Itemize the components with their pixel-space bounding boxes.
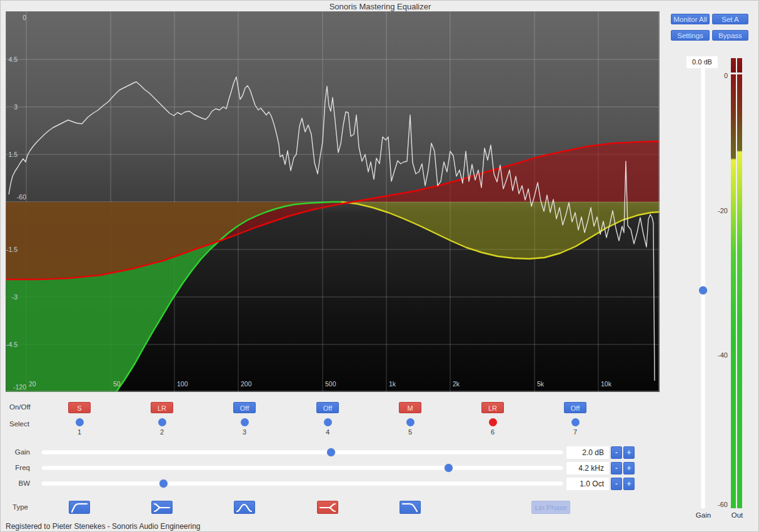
freq-tick-label: 50 bbox=[113, 380, 121, 388]
clip-indicator-left[interactable] bbox=[731, 58, 736, 73]
band-3-select-radio[interactable] bbox=[241, 418, 249, 426]
band-7-onoff-button[interactable]: Off bbox=[564, 402, 586, 413]
bell-icon bbox=[234, 501, 254, 514]
eq-graph[interactable]: 20501002005001k2k5k10k4.531.5-1.5-3-4.50… bbox=[6, 11, 660, 392]
bw-value-box[interactable]: 1.0 Oct bbox=[566, 478, 609, 490]
freq-slider-track[interactable] bbox=[41, 466, 563, 470]
band-2-onoff-button[interactable]: LR bbox=[151, 402, 173, 413]
meter-scale-label: 0 bbox=[708, 72, 728, 79]
bw-slider-label: BW bbox=[1, 479, 30, 487]
lowshelf-icon bbox=[152, 501, 172, 514]
window-title: Sonoris Mastering Equalizer bbox=[1, 2, 759, 11]
freq-decrement-button[interactable]: - bbox=[611, 462, 622, 474]
registration-text: Registered to Pieter Stenekes - Sonoris … bbox=[6, 522, 201, 531]
band-3-onoff-button[interactable]: Off bbox=[233, 402, 256, 413]
band-5-select-radio[interactable] bbox=[406, 418, 415, 426]
plugin-window: Sonoris Mastering Equalizer 205010020050… bbox=[0, 0, 759, 532]
gain-slider-track[interactable] bbox=[41, 450, 563, 454]
filter-type-button[interactable] bbox=[69, 501, 90, 514]
band-6-select-radio[interactable] bbox=[489, 418, 497, 426]
gain-increment-button[interactable]: + bbox=[623, 446, 635, 459]
output-gain-slider-handle[interactable] bbox=[699, 286, 707, 294]
band-3-number-label: 3 bbox=[235, 428, 254, 436]
output-gain-label: Gain bbox=[690, 511, 717, 519]
highshelf-icon bbox=[318, 501, 338, 514]
level-tick-label: 0 bbox=[23, 14, 26, 21]
type-row-label: Type bbox=[13, 503, 28, 511]
freq-tick-label: 100 bbox=[177, 380, 188, 388]
gain-tick-label: 4.5 bbox=[8, 56, 18, 63]
monitor-all-button[interactable]: Monitor All bbox=[671, 14, 710, 24]
level-tick-label: -60 bbox=[17, 193, 26, 201]
band-6-number-label: 6 bbox=[483, 428, 502, 436]
band-5-number-label: 5 bbox=[401, 428, 420, 436]
bw-increment-button[interactable]: + bbox=[623, 478, 635, 490]
highpass-icon bbox=[69, 501, 89, 514]
band-2-number-label: 2 bbox=[153, 428, 171, 436]
band-1-onoff-button[interactable]: S bbox=[68, 402, 91, 413]
band-4-number-label: 4 bbox=[318, 428, 337, 436]
settings-button[interactable]: Settings bbox=[671, 30, 710, 41]
set-a-button[interactable]: Set A bbox=[712, 14, 748, 24]
freq-tick-label: 200 bbox=[241, 380, 252, 388]
band-7-select-radio[interactable] bbox=[571, 418, 580, 426]
freq-tick-label: 2k bbox=[453, 380, 460, 388]
select-row-label: Select bbox=[9, 420, 29, 428]
filter-type-button[interactable] bbox=[317, 501, 338, 514]
meter-scale-label: -60 bbox=[708, 501, 728, 508]
meter-scale-label: -40 bbox=[708, 351, 728, 359]
gain-slider-handle[interactable] bbox=[327, 448, 335, 456]
band-4-onoff-button[interactable]: Off bbox=[316, 402, 339, 413]
gain-tick-label: -4.5 bbox=[6, 341, 18, 348]
freq-increment-button[interactable]: + bbox=[623, 462, 635, 474]
bw-decrement-button[interactable]: - bbox=[611, 478, 622, 490]
output-meter-bar-right bbox=[737, 74, 742, 508]
freq-tick-label: 10k bbox=[601, 380, 612, 388]
freq-slider-label: Freq bbox=[1, 464, 30, 471]
bw-slider-handle[interactable] bbox=[159, 479, 168, 488]
filter-type-button[interactable] bbox=[234, 501, 255, 514]
band-7-number-label: 7 bbox=[566, 428, 585, 436]
gain-value-box[interactable]: 2.0 dB bbox=[566, 446, 609, 459]
output-meter-bar-left bbox=[731, 74, 736, 508]
freq-tick-label: 5k bbox=[537, 380, 545, 388]
gain-tick-label: -3 bbox=[12, 293, 18, 301]
gain-tick-label: 1.5 bbox=[8, 151, 18, 158]
freq-value-box[interactable]: 4.2 kHz bbox=[566, 462, 609, 474]
band-1-select-radio[interactable] bbox=[76, 418, 84, 426]
lowpass-icon bbox=[400, 501, 420, 514]
clip-indicator-right[interactable] bbox=[737, 58, 742, 73]
band-4-select-radio[interactable] bbox=[324, 418, 332, 426]
lin-phase-button[interactable]: Lin Phase bbox=[531, 501, 570, 514]
gain-tick-label: -1.5 bbox=[6, 246, 18, 253]
filter-type-button[interactable] bbox=[151, 501, 173, 514]
freq-slider-handle[interactable] bbox=[445, 464, 453, 472]
level-tick-label: -120 bbox=[13, 383, 26, 391]
band-6-onoff-button[interactable]: LR bbox=[481, 402, 504, 413]
bypass-button[interactable]: Bypass bbox=[712, 30, 748, 41]
freq-tick-label: 1k bbox=[389, 380, 396, 388]
gain-tick-label: 3 bbox=[14, 103, 18, 111]
freq-tick-label: 20 bbox=[29, 380, 36, 388]
band-2-select-radio[interactable] bbox=[158, 418, 166, 426]
output-meter-label: Out bbox=[723, 511, 751, 519]
gain-slider-label: Gain bbox=[1, 448, 30, 456]
gain-decrement-button[interactable]: - bbox=[611, 446, 622, 459]
band-1-number-label: 1 bbox=[70, 428, 89, 436]
bw-slider-track[interactable] bbox=[41, 481, 563, 486]
meter-scale-label: -20 bbox=[708, 207, 728, 214]
filter-type-button[interactable] bbox=[400, 501, 421, 514]
band-5-onoff-button[interactable]: M bbox=[399, 402, 421, 413]
onoff-row-label: On/Off bbox=[9, 403, 31, 411]
freq-tick-label: 500 bbox=[325, 380, 336, 388]
